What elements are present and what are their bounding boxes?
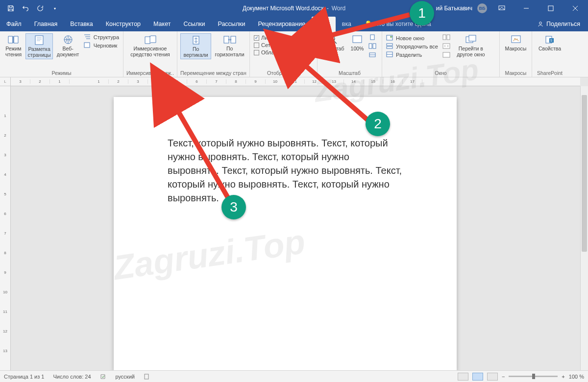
tab-home[interactable]: Главная — [28, 17, 64, 31]
lightbulb-icon: 💡 — [365, 21, 372, 27]
share-icon — [538, 21, 543, 27]
group-sharepoint: S Свойства SharePoint — [532, 31, 567, 77]
undo-icon[interactable] — [22, 4, 29, 12]
arrange-all-button[interactable]: Упорядочить все — [385, 43, 439, 50]
share-button[interactable]: Поделиться — [530, 17, 588, 31]
svg-rect-10 — [353, 36, 362, 43]
read-mode-icon — [7, 34, 20, 45]
checkbox-icon — [254, 50, 259, 55]
nav-pane-checkbox[interactable]: Область навигации — [253, 49, 311, 56]
zoom-button[interactable]: Масштаб — [320, 33, 346, 53]
side-by-side-icon[interactable] — [442, 34, 450, 41]
user-avatar[interactable]: ВБ — [477, 3, 487, 13]
tab-help[interactable]: вка — [336, 17, 358, 31]
maximize-button[interactable] — [541, 0, 561, 17]
immersive-reader-button[interactable]: Иммерсивное средство чтения — [127, 33, 174, 58]
switch-windows-button[interactable]: Перейти в другое окно — [454, 33, 488, 58]
draft-button[interactable]: Черновик — [83, 42, 120, 49]
svg-rect-15 — [387, 35, 392, 40]
user-name[interactable]: ий Батькавич — [436, 5, 472, 12]
zoom-in-button[interactable]: + — [562, 374, 564, 380]
zoom-level[interactable]: 100 % — [569, 374, 584, 380]
vertical-button[interactable]: По вертикали — [180, 33, 211, 59]
annotation-circle-3: 3 — [221, 195, 246, 219]
qat-customize-icon[interactable]: ▾ — [51, 4, 59, 12]
zoom-out-button[interactable]: − — [502, 374, 505, 380]
multi-page-icon[interactable] — [368, 43, 376, 50]
svg-rect-1 — [548, 6, 553, 11]
draft-icon — [84, 42, 92, 49]
view-print-icon[interactable] — [472, 373, 483, 381]
print-layout-button[interactable]: Разметка страницы — [25, 33, 53, 59]
horizontal-ruler[interactable]: 3211234567891011121314151617 — [11, 77, 580, 86]
redo-icon[interactable] — [36, 4, 44, 12]
read-mode-label: Режим чтения — [3, 46, 24, 57]
svg-rect-5 — [84, 43, 90, 48]
zoom-slider[interactable] — [509, 376, 558, 377]
vertical-ruler[interactable]: 12345678910111213 — [0, 86, 11, 370]
checkbox-icon — [254, 43, 259, 48]
outline-icon — [84, 34, 92, 41]
group-immersive-label: Иммерсивный реж... — [126, 69, 174, 76]
ruler-checkbox[interactable]: ✓Линейка — [253, 34, 311, 41]
tab-design[interactable]: Конструктор — [99, 17, 147, 31]
status-word-count[interactable]: Число слов: 24 — [53, 374, 91, 380]
document-page[interactable]: Текст, который нужно выровнять. Текст, к… — [114, 97, 457, 370]
ribbon-options-icon[interactable] — [492, 0, 512, 17]
sync-scroll-icon[interactable] — [442, 43, 450, 50]
web-layout-icon — [62, 34, 74, 45]
reset-position-icon[interactable] — [442, 52, 450, 59]
new-window-button[interactable]: Новое окно — [385, 34, 439, 42]
save-icon[interactable] — [7, 4, 15, 12]
quick-access-toolbar: ▾ — [0, 4, 59, 12]
svg-rect-16 — [387, 44, 392, 46]
horizontal-button[interactable]: По горизонтали — [213, 33, 246, 58]
tab-insert[interactable]: Вставка — [64, 17, 99, 31]
one-page-icon[interactable] — [368, 34, 376, 41]
group-macros: Макросы Макросы — [500, 31, 532, 77]
tab-mailings[interactable]: Рассылки — [211, 17, 251, 31]
annotation-circle-1: 1 — [410, 1, 434, 25]
status-page[interactable]: Страница 1 из 1 — [4, 374, 44, 380]
document-area[interactable]: Текст, который нужно выровнять. Текст, к… — [11, 86, 580, 370]
arrange-all-label: Упорядочить все — [396, 44, 438, 49]
tab-references[interactable]: Ссылки — [177, 17, 211, 31]
view-read-icon[interactable] — [458, 373, 468, 381]
close-button[interactable] — [565, 0, 585, 17]
tab-file[interactable]: Файл — [0, 17, 28, 31]
zoom-icon — [327, 34, 340, 45]
ribbon-tabs: Файл Главная Вставка Конструктор Макет С… — [0, 17, 588, 31]
document-name: Документ Microsoft Word.docx — [243, 5, 324, 12]
tab-review[interactable]: Рецензирование — [252, 17, 312, 31]
tab-view[interactable]: Вид — [312, 17, 336, 31]
web-layout-button[interactable]: Веб-документ — [54, 33, 81, 58]
zoom-slider-handle[interactable] — [532, 374, 535, 379]
svg-rect-20 — [447, 35, 450, 40]
vertical-scrollbar[interactable] — [580, 86, 588, 370]
group-window-label: Окно — [385, 69, 496, 76]
split-button[interactable]: Разделить — [385, 51, 439, 59]
view-web-icon[interactable] — [487, 373, 498, 381]
scrollbar-thumb[interactable] — [582, 95, 587, 252]
status-language[interactable]: русский — [116, 374, 135, 380]
document-text[interactable]: Текст, который нужно выровнять. Текст, к… — [168, 136, 403, 205]
svg-rect-24 — [469, 35, 476, 41]
spellcheck-icon[interactable] — [100, 374, 107, 380]
split-label: Разделить — [396, 52, 422, 58]
properties-button[interactable]: S Свойства — [537, 33, 563, 53]
zoom-100-button[interactable]: 100% — [347, 33, 367, 53]
minimize-button[interactable] — [516, 0, 536, 17]
page-width-icon[interactable] — [368, 52, 376, 59]
grid-checkbox[interactable]: Сетка — [253, 42, 311, 48]
zoom-100-label: 100% — [351, 46, 364, 52]
new-window-icon — [386, 35, 394, 42]
window-title: Документ Microsoft Word.docx - Word — [243, 5, 345, 12]
macros-button[interactable]: Макросы — [503, 33, 529, 53]
outline-button[interactable]: Структура — [83, 33, 120, 41]
svg-point-9 — [329, 36, 335, 42]
track-changes-icon[interactable] — [144, 374, 150, 380]
read-mode-button[interactable]: Режим чтения — [3, 33, 24, 58]
tab-layout[interactable]: Макет — [147, 17, 177, 31]
print-layout-label: Разметка страницы — [26, 47, 52, 58]
ribbon: Режим чтения Разметка страницы Веб-докум… — [0, 31, 588, 77]
